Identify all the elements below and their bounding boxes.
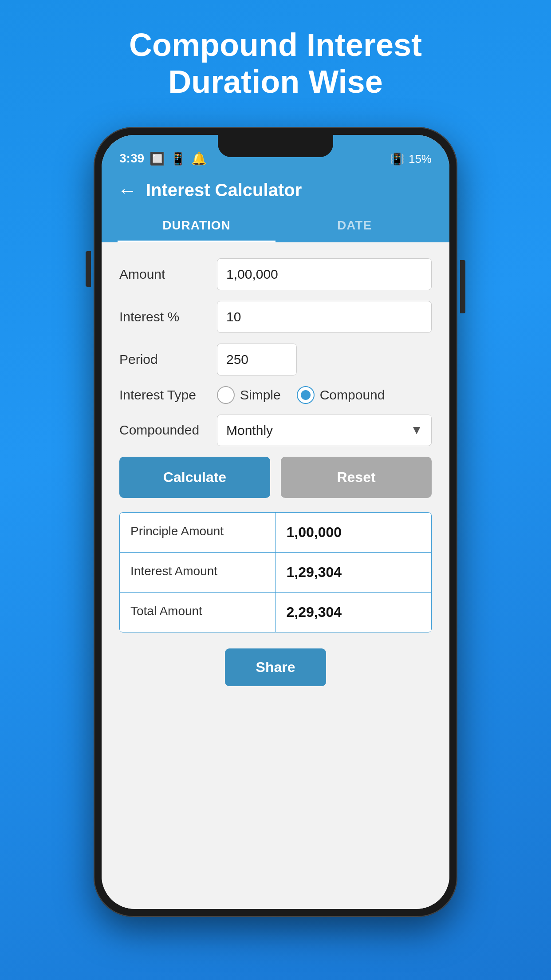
interest-label: Interest % — [119, 309, 217, 324]
amount-row: Amount — [119, 258, 432, 290]
interest-amount-label: Interest Amount — [120, 553, 276, 592]
interest-type-label: Interest Type — [119, 387, 217, 403]
notification-icon: 🔔 — [191, 151, 207, 166]
interest-type-row: Interest Type Simple Compound — [119, 386, 432, 404]
principle-row: Principle Amount 1,00,000 — [120, 513, 431, 553]
share-button[interactable]: Share — [225, 648, 327, 686]
tabs-row: DURATION DATE — [118, 210, 433, 242]
results-table: Principle Amount 1,00,000 Interest Amoun… — [119, 512, 432, 632]
period-row: Period — [119, 344, 432, 375]
tab-duration[interactable]: DURATION — [118, 210, 276, 242]
share-row: Share — [119, 648, 432, 686]
status-left: 3:39 🔲 📱 🔔 — [119, 151, 207, 166]
interest-input[interactable] — [217, 301, 432, 333]
content-area: Amount Interest % Period Interest Type — [102, 242, 449, 909]
amount-input[interactable] — [217, 258, 432, 290]
period-input[interactable] — [217, 344, 297, 375]
header-title: Interest Calculator — [146, 180, 302, 200]
compounded-label: Compounded — [119, 423, 217, 438]
back-button[interactable]: ← — [118, 179, 137, 202]
interest-amount-value: 1,29,304 — [276, 553, 432, 592]
radio-compound[interactable]: Compound — [297, 386, 385, 404]
total-amount-row: Total Amount 2,29,304 — [120, 593, 431, 632]
radio-simple-label: Simple — [240, 387, 281, 403]
radio-compound-dot — [301, 390, 311, 400]
screen-icon: 📱 — [170, 151, 186, 166]
calculate-button[interactable]: Calculate — [119, 457, 270, 498]
page-title: Compound Interest Duration Wise — [94, 27, 457, 100]
amount-label: Amount — [119, 267, 217, 282]
interest-amount-row: Interest Amount 1,29,304 — [120, 553, 431, 593]
battery-display: 15% — [409, 152, 432, 166]
interest-row: Interest % — [119, 301, 432, 333]
radio-compound-label: Compound — [320, 387, 385, 403]
radio-compound-circle[interactable] — [297, 386, 315, 404]
principle-label: Principle Amount — [120, 513, 276, 552]
time-display: 3:39 — [119, 151, 144, 166]
period-label: Period — [119, 352, 217, 367]
compounded-dropdown-wrapper: Monthly Quarterly Half Yearly Yearly ▼ — [217, 415, 432, 446]
phone-screen: 3:39 🔲 📱 🔔 📳 15% ← Interest Calculator D… — [102, 135, 449, 909]
total-amount-label: Total Amount — [120, 593, 276, 632]
app-header: ← Interest Calculator DURATION DATE — [102, 170, 449, 242]
reset-button[interactable]: Reset — [281, 457, 432, 498]
phone-wrapper: 3:39 🔲 📱 🔔 📳 15% ← Interest Calculator D… — [94, 127, 457, 917]
radio-group: Simple Compound — [217, 386, 432, 404]
tab-date[interactable]: DATE — [276, 210, 433, 242]
principle-value: 1,00,000 — [276, 513, 432, 552]
vibrate-icon: 📳 — [390, 152, 404, 166]
radio-simple-circle[interactable] — [217, 386, 235, 404]
status-bar: 3:39 🔲 📱 🔔 📳 15% — [102, 135, 449, 170]
radio-simple[interactable]: Simple — [217, 386, 281, 404]
compounded-select[interactable]: Monthly Quarterly Half Yearly Yearly — [217, 415, 432, 446]
compounded-row: Compounded Monthly Quarterly Half Yearly… — [119, 415, 432, 446]
status-right: 📳 15% — [390, 152, 432, 166]
button-row: Calculate Reset — [119, 457, 432, 498]
notch — [218, 135, 333, 157]
total-amount-value: 2,29,304 — [276, 593, 432, 632]
sim-icon: 🔲 — [150, 151, 165, 166]
